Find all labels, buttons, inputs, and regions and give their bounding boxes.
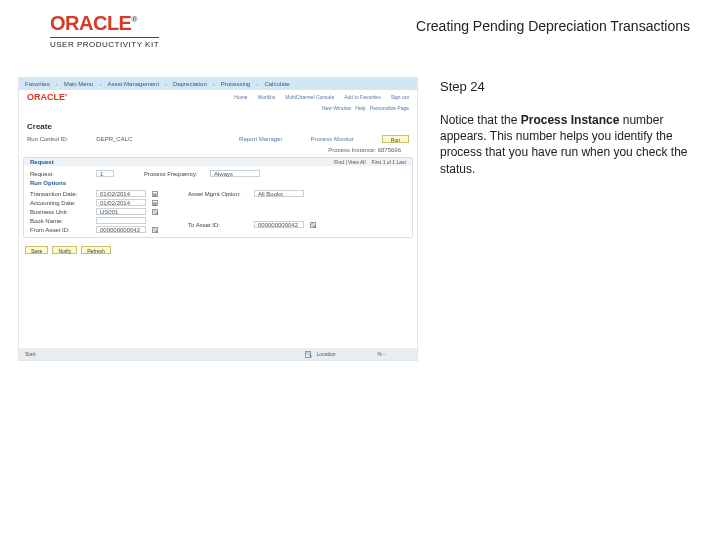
book-name-label: Book Name: xyxy=(30,218,90,224)
request-seq-label: Request xyxy=(30,171,90,177)
main-content: Favorites› Main Menu› Asset Management› … xyxy=(0,57,720,361)
breadcrumb-item: Main Menu xyxy=(64,81,94,87)
report-manager-link[interactable]: Report Manager xyxy=(239,136,282,142)
top-links: Home Worklist MultiChannel Console Add t… xyxy=(234,94,409,100)
request-seq-row: Request 1 xyxy=(30,169,114,178)
from-asset-field[interactable]: 000000000042 xyxy=(96,226,146,233)
calendar-icon[interactable]: ▦ xyxy=(152,200,158,206)
embedded-screenshot: Favorites› Main Menu› Asset Management› … xyxy=(18,77,418,361)
oracle-logo-block: ORACLE® USER PRODUCTIVITY KIT xyxy=(50,12,159,49)
breadcrumb-item: Favorites xyxy=(25,81,50,87)
create-heading: Create xyxy=(19,118,417,133)
pct-field[interactable] xyxy=(391,351,411,358)
business-unit-field[interactable]: US001 xyxy=(96,208,146,215)
oracle-registered-mark: ® xyxy=(131,15,136,24)
calendar-icon[interactable]: ▦ xyxy=(152,191,158,197)
oracle-logo-text: ORACLE xyxy=(50,12,131,34)
chevron-right-icon: › xyxy=(99,81,101,87)
process-instance-label: Process Instance: xyxy=(328,147,376,153)
header: ORACLE® USER PRODUCTIVITY KIT Creating P… xyxy=(0,0,720,57)
find-link[interactable]: Find | View All xyxy=(334,159,365,165)
process-frequency-value[interactable]: Always xyxy=(210,170,260,177)
step-text: Notice that the Process Instance number … xyxy=(440,112,700,177)
screenshot-column: Favorites› Main Menu› Asset Management› … xyxy=(18,77,418,361)
asset-mgmt-row: Asset Mgmt Option: All Books xyxy=(188,189,316,198)
lookup-icon[interactable]: 🔍 xyxy=(152,227,158,233)
accounting-date-row: Accounting Date: 01/02/2014 ▦ xyxy=(30,198,158,207)
from-asset-row: From Asset ID: 000000000042 🔍 xyxy=(30,225,158,234)
book-name-field[interactable] xyxy=(96,217,146,224)
accounting-date-label: Accounting Date: xyxy=(30,200,90,206)
transaction-date-field[interactable]: 01/02/2014 xyxy=(96,190,146,197)
panel-tools: Find | View All First 1 of 1 Last xyxy=(334,159,406,165)
breadcrumb-item: Processing xyxy=(221,81,251,87)
breadcrumb-item: Asset Management xyxy=(107,81,159,87)
run-button[interactable]: Run xyxy=(382,135,409,143)
top-link[interactable]: Worklist xyxy=(258,94,276,100)
run-options-title: Run Options xyxy=(30,178,406,189)
process-instance-value: 6875696 xyxy=(378,147,401,153)
search-icon[interactable]: 🔍 xyxy=(305,351,311,358)
transaction-date-row: Transaction Date: 01/02/2014 ▦ xyxy=(30,189,158,198)
footer-buttons: Save Notify Refresh xyxy=(19,244,417,258)
asset-mgmt-label: Asset Mgmt Option: xyxy=(188,191,248,197)
to-asset-label: To Asset ID: xyxy=(188,222,248,228)
page-utility-links: New Window Help Personalize Page xyxy=(19,104,417,112)
step-text-bold: Process Instance xyxy=(521,113,620,127)
accounting-date-field[interactable]: 01/02/2014 xyxy=(96,199,146,206)
top-link[interactable]: Home xyxy=(234,94,247,100)
location-field[interactable] xyxy=(342,351,372,358)
lookup-icon[interactable]: 🔍 xyxy=(310,222,316,228)
instructions-column: Step 24 Notice that the Process Instance… xyxy=(440,77,700,361)
refresh-button[interactable]: Refresh xyxy=(81,246,111,254)
top-link[interactable]: Sign out xyxy=(391,94,409,100)
run-control-value: DEPR_CALC xyxy=(96,136,132,142)
notify-button[interactable]: Notify xyxy=(52,246,77,254)
pct-label: % - xyxy=(378,351,386,357)
request-panel-body: Request 1 Process Frequency: Always Run … xyxy=(24,166,412,237)
run-control-line: Run Control ID: DEPR_CALC Report Manager… xyxy=(19,133,417,147)
process-frequency-label: Process Frequency: xyxy=(144,171,204,177)
breadcrumb: Favorites› Main Menu› Asset Management› … xyxy=(19,78,417,90)
upk-subtitle: USER PRODUCTIVITY KIT xyxy=(50,37,159,49)
chevron-right-icon: › xyxy=(165,81,167,87)
top-link[interactable]: Add to Favorites xyxy=(344,94,380,100)
request-seq-value[interactable]: 1 xyxy=(96,170,114,177)
save-button[interactable]: Save xyxy=(25,246,48,254)
chevron-right-icon: › xyxy=(256,81,258,87)
status-bar: Start 🔍 Location % - xyxy=(19,348,417,360)
inner-logo-row: ORACLE' Home Worklist MultiChannel Conso… xyxy=(19,90,417,104)
oracle-logo: ORACLE® xyxy=(50,12,159,35)
breadcrumb-item: Depreciation xyxy=(173,81,207,87)
page-title: Creating Pending Depreciation Transactio… xyxy=(416,18,690,34)
new-window-link[interactable]: New Window xyxy=(322,105,351,111)
transaction-date-label: Transaction Date: xyxy=(30,191,90,197)
inner-oracle-logo: ORACLE' xyxy=(27,92,67,102)
process-instance-line: Process Instance: 6875696 xyxy=(19,147,417,157)
breadcrumb-item: Calculate xyxy=(264,81,289,87)
request-panel-title: Request xyxy=(30,159,54,165)
step-label: Step 24 xyxy=(440,79,700,94)
from-asset-label: From Asset ID: xyxy=(30,227,90,233)
lookup-icon[interactable]: 🔍 xyxy=(152,209,158,215)
to-asset-field[interactable]: 000000000042 xyxy=(254,221,304,228)
run-control-label: Run Control ID: xyxy=(27,136,68,142)
first-last-nav[interactable]: First 1 of 1 Last xyxy=(372,159,406,165)
business-unit-label: Business Unit: xyxy=(30,209,90,215)
request-panel: Request Find | View All First 1 of 1 Las… xyxy=(23,157,413,238)
business-unit-row: Business Unit: US001 🔍 xyxy=(30,207,158,216)
request-panel-header: Request Find | View All First 1 of 1 Las… xyxy=(24,158,412,166)
personalize-link[interactable]: Personalize Page xyxy=(370,105,409,111)
to-asset-row: To Asset ID: 000000000042 🔍 xyxy=(188,220,316,229)
chevron-right-icon: › xyxy=(213,81,215,87)
process-frequency-row: Process Frequency: Always xyxy=(144,169,260,178)
location-label: Location xyxy=(317,351,336,357)
process-monitor-link[interactable]: Process Monitor xyxy=(310,136,353,142)
help-link[interactable]: Help xyxy=(355,105,365,111)
chevron-right-icon: › xyxy=(56,81,58,87)
start-label: Start xyxy=(25,351,36,357)
top-link[interactable]: MultiChannel Console xyxy=(285,94,334,100)
book-name-row: Book Name: xyxy=(30,216,158,225)
asset-mgmt-field[interactable]: All Books xyxy=(254,190,304,197)
step-text-before: Notice that the xyxy=(440,113,521,127)
